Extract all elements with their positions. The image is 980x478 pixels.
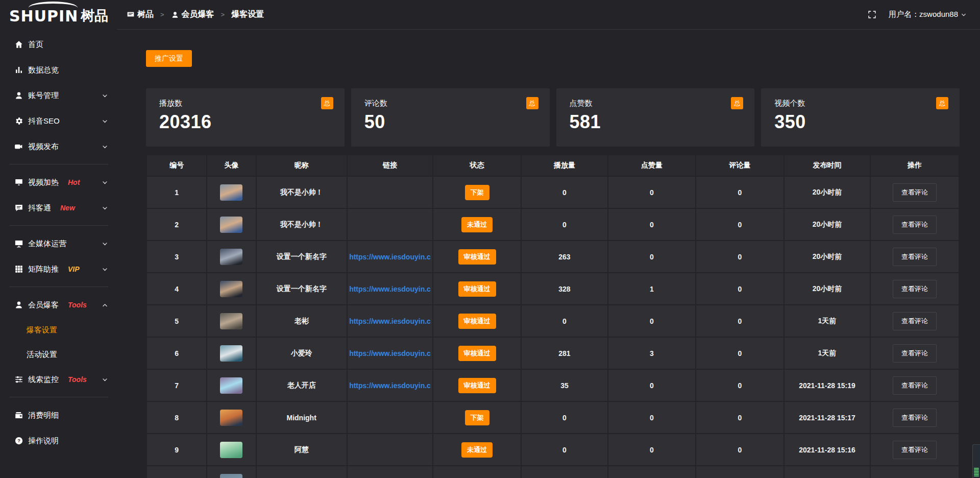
sidebar-item-label: 视频加热 [28, 178, 59, 187]
avatar [220, 184, 242, 201]
video-link[interactable]: https://www.iesdouyin.c [349, 381, 431, 390]
sidebar-item-clue-monitor[interactable]: 线索监控Tools [0, 367, 117, 392]
table-row: 5老彬https://www.iesdouyin.c审核通过0001天前查看评论 [147, 305, 959, 337]
sidebar-item-video-heating[interactable]: 视频加热Hot [0, 170, 117, 195]
gear-icon [14, 116, 23, 126]
status-badge: 审核通过 [458, 281, 496, 297]
view-comments-button[interactable]: 查看评论 [893, 183, 937, 202]
sidebar-item-all-media[interactable]: 全媒体运营 [0, 231, 117, 256]
video-link[interactable]: https://www.iesdouyin.c [349, 349, 431, 357]
cell-link: https://www.iesdouyin.c [348, 305, 433, 337]
chevron-down-icon [102, 205, 108, 211]
column-header-comments: 评论量 [696, 155, 783, 176]
sidebar-item-video-publish[interactable]: 视频发布 [0, 134, 117, 159]
cell-status: 下架 [433, 177, 521, 208]
sidebar-menu: 首页数据总览账号管理抖音SEO视频发布视频加热Hot抖客通New全媒体运营矩阵助… [0, 32, 117, 453]
view-comments-button[interactable]: 查看评论 [893, 248, 937, 266]
cell-time: 20小时前 [785, 177, 870, 208]
sidebar-item-account[interactable]: 账号管理 [0, 83, 117, 108]
widget-bars [974, 468, 979, 476]
user-icon [14, 300, 23, 309]
promo-settings-button[interactable]: 推广设置 [146, 50, 192, 67]
sidebar-item-member-baoke[interactable]: 会员爆客Tools [0, 292, 117, 318]
cell-nickname: 阿慧 [257, 434, 347, 465]
cell-link [348, 177, 433, 208]
sidebar-item-help[interactable]: ?操作说明 [0, 428, 117, 453]
column-header-likes: 点赞量 [608, 155, 695, 176]
total-badge: 总 [936, 97, 948, 109]
breadcrumb-label: 会员爆客 [182, 9, 214, 20]
breadcrumb-item-shupin[interactable]: 树品 [127, 9, 154, 20]
brand-logo[interactable]: SHUPIN 树品 [0, 0, 117, 32]
username[interactable]: 用户名：zswodun88 [889, 10, 958, 19]
sidebar-item-consume-detail[interactable]: 消费明细 [0, 402, 117, 428]
chat-icon [14, 203, 23, 212]
view-comments-button[interactable]: 查看评论 [893, 409, 937, 427]
cell-status: 审核通过 [433, 273, 521, 304]
cell-likes: 0 [608, 241, 695, 272]
cell-action: 查看评论 [871, 305, 959, 337]
cell-plays [522, 466, 607, 478]
video-link[interactable]: https://www.iesdouyin.c [349, 285, 431, 293]
cell-link: https://www.iesdouyin.c [348, 338, 433, 369]
sidebar-subitem-baoke-settings[interactable]: 爆客设置 [0, 318, 117, 342]
sidebar-item-douyin-seo[interactable]: 抖音SEO [0, 108, 117, 134]
sidebar-item-home[interactable]: 首页 [0, 32, 117, 57]
sidebar-subitem-activity-settings[interactable]: 活动设置 [0, 342, 117, 367]
column-header-plays: 播放量 [522, 155, 607, 176]
breadcrumb-item-baoke[interactable]: 爆客设置 [231, 9, 264, 20]
sidebar-item-label: 操作说明 [28, 436, 59, 446]
sidebar-item-label: 视频发布 [28, 142, 59, 152]
cell-status: 审核通过 [433, 370, 521, 401]
view-comments-button[interactable]: 查看评论 [893, 441, 937, 459]
sidebar-item-label: 抖音SEO [28, 116, 60, 126]
chevron-up-icon [102, 302, 108, 308]
sidebar-item-matrix-boost[interactable]: 矩阵助推VIP [0, 256, 117, 282]
widget-bar [974, 475, 979, 476]
grid-icon [14, 265, 23, 274]
cell-plays: 0 [522, 434, 607, 465]
stat-card: 评论数总50 [351, 88, 550, 147]
view-comments-button[interactable]: 查看评论 [893, 280, 937, 298]
column-header-avatar: 头像 [207, 155, 255, 176]
stat-card-label: 视频个数 [774, 99, 805, 108]
cell-likes: 0 [608, 209, 695, 240]
screen-icon [14, 178, 23, 187]
sidebar-item-label: 消费明细 [28, 411, 59, 420]
stat-card-header: 播放数总 [159, 97, 333, 109]
sidebar-item-douketong[interactable]: 抖客通New [0, 195, 117, 221]
fullscreen-icon[interactable] [868, 10, 876, 19]
cell-avatar [207, 338, 255, 369]
video-icon [14, 142, 23, 151]
sidebar-divider [9, 225, 108, 226]
cell-comments: 0 [696, 177, 783, 208]
sidebar-divider [9, 164, 108, 164]
status-badge: 审核通过 [458, 249, 496, 265]
chevron-down-icon [102, 179, 108, 186]
chevron-down-icon[interactable] [961, 12, 967, 18]
cell-avatar [207, 305, 255, 337]
status-badge: 审核通过 [458, 346, 496, 361]
breadcrumb-item-member[interactable]: 会员爆客 [171, 9, 214, 20]
status-badge: 审核通过 [458, 314, 496, 329]
video-link[interactable]: https://www.iesdouyin.c [349, 253, 431, 261]
video-link[interactable]: https://www.iesdouyin.c [349, 317, 431, 325]
sidebar-item-data-overview[interactable]: 数据总览 [0, 57, 117, 83]
stat-card-header: 点赞数总 [570, 97, 744, 109]
cell-action: 查看评论 [871, 402, 959, 433]
monitor-small-icon [127, 11, 135, 19]
view-comments-button[interactable]: 查看评论 [893, 344, 937, 363]
stat-card-value: 20316 [159, 111, 333, 133]
view-comments-button[interactable]: 查看评论 [893, 376, 937, 395]
stat-card-value: 50 [364, 111, 538, 133]
view-comments-button[interactable]: 查看评论 [893, 312, 937, 330]
cell-action: 查看评论 [871, 241, 959, 272]
sliders-icon [14, 375, 23, 384]
table-row: 3设置一个新名字https://www.iesdouyin.c审核通过26300… [147, 241, 959, 272]
view-comments-button[interactable]: 查看评论 [893, 216, 937, 234]
cell-avatar [207, 402, 255, 433]
stat-card-header: 视频个数总 [774, 97, 948, 109]
cell-status [433, 466, 521, 478]
cell-nickname: 我不是小帅！ [257, 177, 347, 208]
floating-widget[interactable] [972, 444, 980, 478]
